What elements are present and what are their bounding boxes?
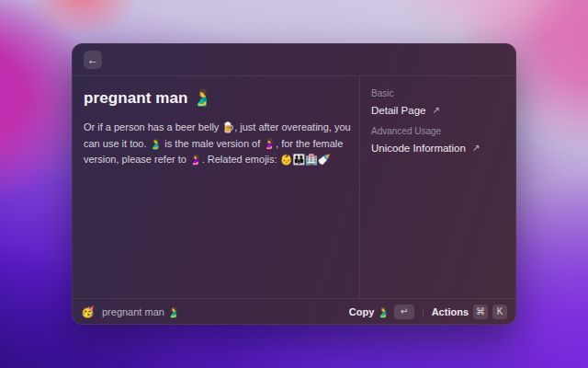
external-link-icon: ↗ bbox=[472, 144, 480, 153]
detail-page-link[interactable]: Detail Page ↗ bbox=[371, 105, 505, 116]
emoji-detail-window: ← pregnant man 🫃 Or if a person has a be… bbox=[72, 43, 516, 325]
return-key-icon: ↵ bbox=[394, 305, 414, 319]
action-bar-context: 🥳 pregnant man 🫃 bbox=[81, 306, 349, 318]
actions-menu-button[interactable]: Actions bbox=[432, 306, 469, 317]
section-label: Basic bbox=[371, 88, 505, 98]
page-title: pregnant man 🫃 bbox=[84, 88, 347, 108]
window-body: pregnant man 🫃 Or if a person has a beer… bbox=[72, 76, 516, 298]
back-button[interactable]: ← bbox=[84, 51, 102, 69]
window-header: ← bbox=[72, 43, 516, 76]
metadata-section-advanced-usage: Advanced Usage Unicode Information ↗ bbox=[371, 126, 505, 154]
partying-face-app-icon: 🥳 bbox=[81, 306, 95, 317]
metadata-panel: Basic Detail Page ↗ Advanced Usage Unico… bbox=[360, 76, 516, 298]
back-arrow-icon: ← bbox=[87, 54, 98, 65]
section-label: Advanced Usage bbox=[371, 126, 505, 136]
emoji-description: Or if a person has a beer belly 🍺, just … bbox=[84, 120, 356, 168]
action-bar: 🥳 pregnant man 🫃 Copy 🫃 ↵ | Actions ⌘ K bbox=[72, 298, 516, 325]
metadata-section-basic: Basic Detail Page ↗ bbox=[371, 88, 505, 116]
link-label: Unicode Information bbox=[371, 143, 466, 154]
footer-divider: | bbox=[422, 307, 424, 317]
unicode-information-link[interactable]: Unicode Information ↗ bbox=[371, 143, 505, 154]
k-key-icon: K bbox=[492, 305, 507, 319]
copy-action-button[interactable]: Copy 🫃 bbox=[349, 306, 390, 318]
external-link-icon: ↗ bbox=[432, 106, 439, 115]
action-bar-actions: Copy 🫃 ↵ | Actions ⌘ K bbox=[349, 305, 507, 319]
link-label: Detail Page bbox=[371, 105, 425, 116]
selected-item-label: pregnant man 🫃 bbox=[102, 306, 180, 318]
main-content-panel: pregnant man 🫃 Or if a person has a beer… bbox=[72, 76, 360, 298]
command-key-icon: ⌘ bbox=[473, 305, 488, 319]
